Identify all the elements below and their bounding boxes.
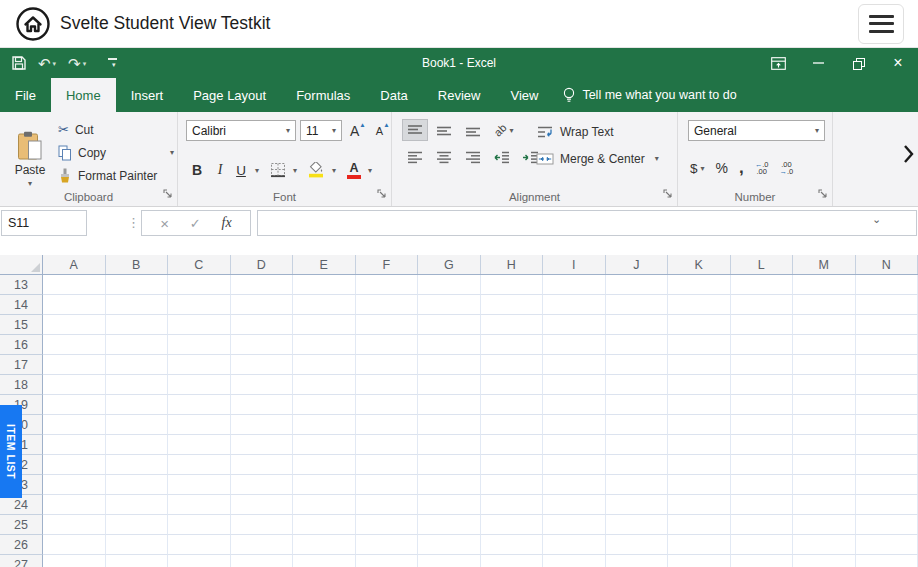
cell-J23[interactable] [606,475,669,495]
cell-E21[interactable] [293,435,356,455]
cell-C14[interactable] [168,295,231,315]
cell-L13[interactable] [731,275,794,295]
cell-N14[interactable] [856,295,918,315]
cell-C25[interactable] [168,515,231,535]
cell-J27[interactable] [606,555,669,567]
cell-H21[interactable] [481,435,544,455]
cell-A15[interactable] [43,315,106,335]
column-header-C[interactable]: C [168,255,231,274]
cell-E26[interactable] [293,535,356,555]
align-left-button[interactable] [402,146,428,168]
cell-D21[interactable] [231,435,294,455]
cell-C15[interactable] [168,315,231,335]
cell-K27[interactable] [668,555,731,567]
cell-H16[interactable] [481,335,544,355]
column-header-N[interactable]: N [856,255,918,274]
cell-C23[interactable] [168,475,231,495]
cell-L15[interactable] [731,315,794,335]
cell-I17[interactable] [543,355,606,375]
tab-page-layout[interactable]: Page Layout [178,78,281,112]
column-header-L[interactable]: L [731,255,794,274]
cell-H27[interactable] [481,555,544,567]
cell-K16[interactable] [668,335,731,355]
cell-N19[interactable] [856,395,918,415]
cell-A25[interactable] [43,515,106,535]
cell-J22[interactable] [606,455,669,475]
cell-E19[interactable] [293,395,356,415]
cell-I19[interactable] [543,395,606,415]
merge-center-button[interactable]: Merge & Center ▾ [536,148,659,169]
cell-D15[interactable] [231,315,294,335]
cell-G22[interactable] [418,455,481,475]
cell-C16[interactable] [168,335,231,355]
tab-data[interactable]: Data [365,78,422,112]
cell-B17[interactable] [106,355,169,375]
font-family-select[interactable]: Calibri ▾ [186,120,296,141]
column-header-H[interactable]: H [481,255,544,274]
cell-I25[interactable] [543,515,606,535]
cell-E18[interactable] [293,375,356,395]
cell-F24[interactable] [356,495,419,515]
cell-K23[interactable] [668,475,731,495]
column-header-F[interactable]: F [356,255,419,274]
cell-L18[interactable] [731,375,794,395]
format-painter-button[interactable]: Format Painter [58,165,174,186]
accept-icon[interactable]: ✓ [190,216,201,231]
cell-I23[interactable] [543,475,606,495]
customize-qat-button[interactable]: ▾ [104,56,121,70]
cell-H24[interactable] [481,495,544,515]
align-top-button[interactable] [402,119,428,141]
cell-I24[interactable] [543,495,606,515]
cell-N18[interactable] [856,375,918,395]
cell-C18[interactable] [168,375,231,395]
cell-H25[interactable] [481,515,544,535]
cell-F13[interactable] [356,275,419,295]
align-bottom-button[interactable] [460,119,486,141]
expand-formula-bar-icon[interactable]: ⌄ [872,213,881,226]
cell-K24[interactable] [668,495,731,515]
cell-K17[interactable] [668,355,731,375]
cell-I14[interactable] [543,295,606,315]
cell-N16[interactable] [856,335,918,355]
cell-D18[interactable] [231,375,294,395]
cell-K19[interactable] [668,395,731,415]
cell-G21[interactable] [418,435,481,455]
cell-B13[interactable] [106,275,169,295]
decrease-decimal-button[interactable]: .00 →.0 [779,161,793,175]
cell-B15[interactable] [106,315,169,335]
ribbon-display-options-button[interactable] [758,48,798,78]
tab-view[interactable]: View [495,78,553,112]
tell-me-search[interactable]: Tell me what you want to do [563,78,736,112]
cell-L27[interactable] [731,555,794,567]
cell-A27[interactable] [43,555,106,567]
row-header-18[interactable]: 18 [0,375,43,395]
cell-H15[interactable] [481,315,544,335]
cell-N26[interactable] [856,535,918,555]
cell-H19[interactable] [481,395,544,415]
grow-font-button[interactable]: A▲ [350,123,366,139]
cell-M27[interactable] [793,555,856,567]
cell-B20[interactable] [106,415,169,435]
cell-A22[interactable] [43,455,106,475]
wrap-text-button[interactable]: Wrap Text [536,121,659,142]
cell-F16[interactable] [356,335,419,355]
align-middle-button[interactable] [431,119,457,141]
decrease-indent-button[interactable] [489,146,515,168]
cell-F26[interactable] [356,535,419,555]
paste-button[interactable]: Paste ▾ [6,118,54,200]
cell-C19[interactable] [168,395,231,415]
cell-L26[interactable] [731,535,794,555]
cell-G17[interactable] [418,355,481,375]
borders-dropdown-icon[interactable]: ▾ [293,166,297,175]
copy-button[interactable]: Copy ▾ [58,142,174,163]
cell-J16[interactable] [606,335,669,355]
cell-I22[interactable] [543,455,606,475]
cell-H14[interactable] [481,295,544,315]
cell-K15[interactable] [668,315,731,335]
cell-D22[interactable] [231,455,294,475]
cell-I26[interactable] [543,535,606,555]
increase-decimal-button[interactable]: ←.0 .00 [755,161,769,175]
percent-button[interactable]: % [716,160,728,176]
cell-I20[interactable] [543,415,606,435]
cell-J14[interactable] [606,295,669,315]
